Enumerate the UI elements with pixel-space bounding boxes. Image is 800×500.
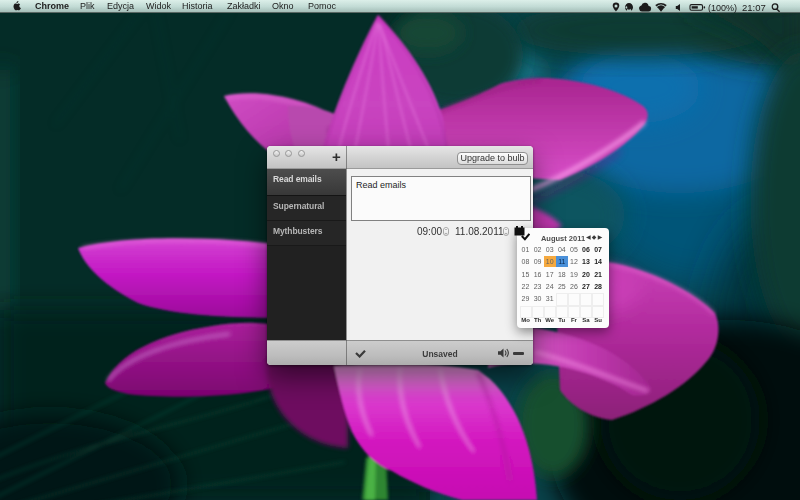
svg-text:(100%): (100%) [708,3,737,13]
svg-text:21:07: 21:07 [742,2,766,13]
